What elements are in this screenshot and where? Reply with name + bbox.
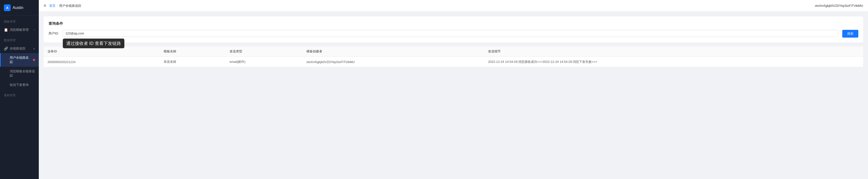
col-template-creator: 模板创建者	[303, 46, 484, 57]
section-label-template: 模板管理	[0, 16, 39, 25]
query-section-title: 查询条件	[49, 21, 858, 26]
result-table-wrapper: 业务ID 模板名称 发送类型 模板创建者 发送细节 20000003202212…	[44, 46, 863, 67]
sidebar-item-label: 短信下发查询	[10, 83, 29, 87]
result-table: 业务ID 模板名称 发送类型 模板创建者 发送细节 20000003202212…	[44, 46, 863, 67]
sidebar-item-label: 用户全链路追踪	[10, 56, 31, 64]
cell-send_type: email(邮件)	[226, 57, 303, 67]
user-id-input[interactable]	[63, 30, 838, 37]
menu-icon[interactable]: ≡	[44, 3, 46, 8]
full-trace-icon: 🔗	[4, 47, 8, 51]
sidebar-logo: A Austin	[0, 0, 39, 16]
section-label-material: 素材管理	[0, 90, 39, 99]
cell-send_detail: 2022-12-24 14:54:29:消息接收成功==>2022-12-24 …	[484, 57, 863, 67]
sidebar-item-template-full-trace[interactable]: 消息模板全链路追踪	[0, 67, 39, 80]
sidebar: A Austin 模板管理 📋 消息模板管理 › 数据管理 🔗 全链路追踪 ∨ …	[0, 0, 39, 179]
sidebar-item-label: 消息模板管理	[10, 28, 29, 32]
main-area: ≡ 首页 / 用户全链路追踪 otsXm5gkjk0VZDYkpSizFITVi…	[39, 0, 868, 179]
table-header-row: 业务ID 模板名称 发送类型 模板创建者 发送细节	[44, 46, 863, 57]
tooltip-box: 通过接收者 ID 查看下发链路	[63, 38, 124, 48]
logo-icon: A	[4, 4, 11, 11]
active-dot	[33, 59, 35, 61]
col-send-detail: 发送细节	[484, 46, 863, 57]
header-left: ≡ 首页 / 用户全链路追踪	[44, 3, 81, 8]
sidebar-item-sms-query[interactable]: 短信下发查询	[0, 80, 39, 90]
sidebar-item-message-template[interactable]: 📋 消息模板管理 ›	[0, 25, 39, 34]
user-id-input-wrapper: 通过接收者 ID 查看下发链路	[63, 30, 838, 37]
query-form-row: 用户ID: 通过接收者 ID 查看下发链路 搜索	[49, 30, 858, 38]
header-user: otsXm5gkjk0VZDYkpSizFITVibMU	[815, 4, 863, 7]
query-card: 查询条件 用户ID: 通过接收者 ID 查看下发链路 搜索	[44, 17, 863, 42]
table-row: 2000000320221224恭喜发财email(邮件)otsXm5gkjk0…	[44, 57, 863, 67]
breadcrumb: 首页 / 用户全链路追踪	[49, 4, 82, 8]
content-area: 查询条件 用户ID: 通过接收者 ID 查看下发链路 搜索 业务ID 模板名称 …	[39, 12, 868, 179]
breadcrumb-current: 用户全链路追踪	[59, 4, 81, 8]
sidebar-item-full-trace[interactable]: 🔗 全链路追踪 ∨	[0, 44, 39, 53]
header: ≡ 首页 / 用户全链路追踪 otsXm5gkjk0VZDYkpSizFITVi…	[39, 0, 868, 12]
breadcrumb-home[interactable]: 首页	[49, 4, 56, 8]
chevron-icon: ∨	[33, 47, 35, 50]
section-label-data: 数据管理	[0, 34, 39, 44]
cell-template_name: 恭喜发财	[160, 57, 226, 67]
col-template-name: 模板名称	[160, 46, 226, 57]
sidebar-item-user-full-trace[interactable]: 用户全链路追踪	[0, 53, 39, 67]
user-id-label: 用户ID:	[49, 30, 59, 36]
breadcrumb-separator: /	[57, 4, 58, 7]
sidebar-item-label: 全链路追踪	[10, 46, 26, 51]
col-send-type: 发送类型	[226, 46, 303, 57]
cell-business_id: 2000000320221224	[44, 57, 160, 67]
search-button[interactable]: 搜索	[842, 30, 858, 38]
message-template-icon: 📋	[4, 28, 8, 32]
sidebar-item-label: 消息模板全链路追踪	[10, 69, 35, 78]
chevron-icon: ›	[34, 29, 35, 31]
cell-template_creator: otsXm5gkjk0VZDYkpSizFITVibMU	[303, 57, 484, 67]
app-title: Austin	[12, 6, 23, 10]
